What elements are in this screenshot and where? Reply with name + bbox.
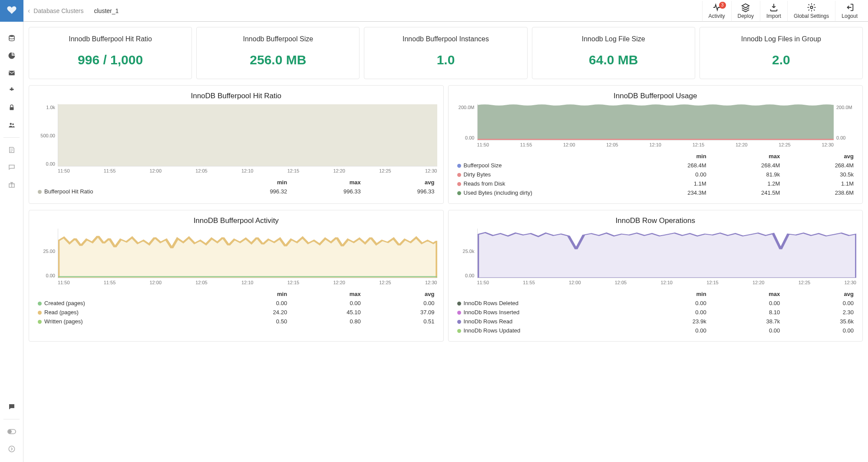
stat-value: 1.0 xyxy=(369,53,522,67)
sidebar-item-toggle[interactable] xyxy=(0,423,23,440)
x-axis: 11:5011:5512:0012:0512:1012:1512:2012:25… xyxy=(477,280,857,285)
legend-row[interactable]: Bufferpool Hit Ratio996.32996.33996.33 xyxy=(35,187,437,196)
gear-icon xyxy=(807,3,816,12)
legend-row[interactable]: InnoDb Rows Updated0.000.000.00 xyxy=(455,326,857,335)
legend-row[interactable]: InnoDb Rows Deleted0.000.000.00 xyxy=(455,299,857,308)
topbar-actions: 3 Activity Deploy Import Global Settings xyxy=(702,1,864,21)
stat-card-logfiles-group: Innodb Log Files in Group 2.0 xyxy=(700,27,863,79)
global-settings-label: Global Settings xyxy=(794,13,829,19)
import-label: Import xyxy=(766,13,781,19)
svg-point-7 xyxy=(9,430,12,433)
sidebar-item-analytics[interactable] xyxy=(0,47,23,64)
svg-rect-11 xyxy=(478,139,834,140)
stat-title: Innodb Log File Size xyxy=(537,35,690,43)
legend-row[interactable]: InnoDb Rows Inserted0.008.102.30 xyxy=(455,308,857,317)
global-settings-button[interactable]: Global Settings xyxy=(787,1,835,21)
x-axis: 11:5011:5512:0012:0512:1012:1512:2012:25… xyxy=(58,168,437,173)
stat-title: Innodb Bufferpool Size xyxy=(201,35,355,43)
stat-value: 2.0 xyxy=(704,53,858,67)
sidebar-item-docs[interactable] xyxy=(0,141,23,159)
x-axis: 11:5011:5512:0012:0512:1012:1512:2012:25… xyxy=(58,280,437,285)
y-axis-left: 200.0M 0.00 xyxy=(455,104,477,147)
chart-plot-hit-ratio[interactable]: 1.0k 500.00 0.00 11:5011:5512:0012:0512:… xyxy=(35,104,437,173)
sidebar-item-database[interactable] xyxy=(0,30,23,47)
layers-icon xyxy=(741,3,750,12)
stat-value: 256.0 MB xyxy=(201,53,355,67)
sidebar-item-security[interactable] xyxy=(0,99,23,116)
sidebar-item-chat[interactable] xyxy=(0,398,23,415)
chevron-left-icon[interactable]: ‹ xyxy=(28,7,30,15)
stat-card-logfile-size: Innodb Log File Size 64.0 MB xyxy=(532,27,695,79)
topbar: ‹ Database Clusters cluster_1 3 Activity… xyxy=(23,0,868,22)
legend-row[interactable]: Dirty Bytes0.0081.9k30.5k xyxy=(455,170,857,179)
svg-point-0 xyxy=(9,35,14,37)
svg-point-9 xyxy=(810,6,813,9)
legend-row[interactable]: Bufferpool Size268.4M268.4M268.4M xyxy=(455,161,857,170)
chart-card-usage: InnoDB Bufferpool Usage 200.0M 0.00 xyxy=(448,85,863,204)
stat-title: Innodb Log Files in Group xyxy=(704,35,858,43)
y-axis-right: 200.0M 0.00 xyxy=(834,104,856,147)
legend-table: minmaxavgBufferpool Hit Ratio996.32996.3… xyxy=(35,178,437,196)
logout-button[interactable]: Logout xyxy=(835,1,864,21)
legend-row[interactable]: Reads from Disk1.1M1.2M1.1M xyxy=(455,179,857,188)
legend-row[interactable]: InnoDb Rows Read23.9k38.7k35.6k xyxy=(455,317,857,326)
import-button[interactable]: Import xyxy=(760,1,787,21)
svg-point-4 xyxy=(12,123,14,125)
sidebar xyxy=(0,0,23,462)
sidebar-item-mail[interactable] xyxy=(0,64,23,82)
chart-row-2: InnoDB Bufferpool Activity 25.00 0.00 xyxy=(29,210,863,342)
stat-card-bp-size: Innodb Bufferpool Size 256.0 MB xyxy=(196,27,360,79)
activity-button[interactable]: 3 Activity xyxy=(702,1,731,21)
sidebar-main-items xyxy=(0,22,23,398)
legend-row[interactable]: Created (pages)0.000.000.00 xyxy=(35,299,437,308)
deploy-button[interactable]: Deploy xyxy=(731,1,760,21)
chart-plot-activity[interactable]: 25.00 0.00 11:5011:5512:0012:0512 xyxy=(35,229,437,285)
sidebar-item-users[interactable] xyxy=(0,116,23,134)
sidebar-item-plugins[interactable] xyxy=(0,82,23,99)
main: ‹ Database Clusters cluster_1 3 Activity… xyxy=(23,0,868,462)
x-axis: 11:5011:5512:0012:0512:1012:1512:2012:25… xyxy=(477,142,834,147)
import-icon xyxy=(769,3,779,12)
stat-value: 996 / 1,000 xyxy=(33,53,187,67)
chart-title: InnoDB Bufferpool Usage xyxy=(455,92,857,100)
svg-rect-2 xyxy=(10,107,14,110)
svg-point-3 xyxy=(10,123,12,125)
y-axis-left: 1.0k 500.00 0.00 xyxy=(35,104,58,173)
y-axis-left: 25.0k 0.00 xyxy=(455,229,477,285)
breadcrumb-current: cluster_1 xyxy=(94,7,119,14)
sidebar-bottom-items xyxy=(0,398,23,462)
legend-table: minmaxavgInnoDb Rows Deleted0.000.000.00… xyxy=(455,289,857,335)
stat-title: Innodb Bufferpool Instances xyxy=(369,35,522,43)
breadcrumb-parent[interactable]: Database Clusters xyxy=(33,7,83,14)
legend-row[interactable]: Used Bytes (including dirty)234.3M241.5M… xyxy=(455,188,857,197)
chart-title: InnoDB Row Operations xyxy=(455,216,857,225)
stat-card-hit-ratio: Innodb Bufferpool Hit Ratio 996 / 1,000 xyxy=(29,27,192,79)
activity-badge: 3 xyxy=(719,2,726,9)
stat-card-bp-instances: Innodb Bufferpool Instances 1.0 xyxy=(364,27,527,79)
sidebar-item-messages[interactable] xyxy=(0,159,23,176)
legend-table: minmaxavgCreated (pages)0.000.000.00Read… xyxy=(35,289,437,326)
legend-table: minmaxavgBufferpool Size268.4M268.4M268.… xyxy=(455,152,857,197)
breadcrumb: ‹ Database Clusters cluster_1 xyxy=(28,7,119,15)
svg-rect-10 xyxy=(478,104,834,140)
chart-card-row-ops: InnoDB Row Operations 25.0k 0.00 xyxy=(448,210,863,342)
sidebar-item-collapse[interactable] xyxy=(0,440,23,458)
logo[interactable] xyxy=(0,0,23,22)
chart-card-hit-ratio: InnoDB Bufferpool Hit Ratio 1.0k 500.00 … xyxy=(29,85,444,204)
activity-label: Activity xyxy=(709,13,725,19)
chart-plot-row-ops[interactable]: 25.0k 0.00 11:5011:5512:0012:0512:1012:1… xyxy=(455,229,857,285)
svg-rect-1 xyxy=(9,71,15,76)
legend-row[interactable]: Written (pages)0.500.800.51 xyxy=(35,317,437,326)
chart-row-1: InnoDB Bufferpool Hit Ratio 1.0k 500.00 … xyxy=(29,85,863,204)
stat-row: Innodb Bufferpool Hit Ratio 996 / 1,000 … xyxy=(29,27,863,79)
sidebar-item-gift[interactable] xyxy=(0,176,23,193)
legend-row[interactable]: Read (pages)24.2045.1037.09 xyxy=(35,308,437,317)
dashboard-content: Innodb Bufferpool Hit Ratio 996 / 1,000 … xyxy=(23,22,868,462)
chart-card-activity: InnoDB Bufferpool Activity 25.00 0.00 xyxy=(29,210,444,342)
deploy-label: Deploy xyxy=(738,13,754,19)
logout-icon xyxy=(845,3,855,12)
stat-value: 64.0 MB xyxy=(537,53,690,67)
chart-plot-usage[interactable]: 200.0M 0.00 xyxy=(455,104,857,147)
logout-label: Logout xyxy=(842,13,858,19)
chart-title: InnoDB Bufferpool Activity xyxy=(35,216,437,225)
